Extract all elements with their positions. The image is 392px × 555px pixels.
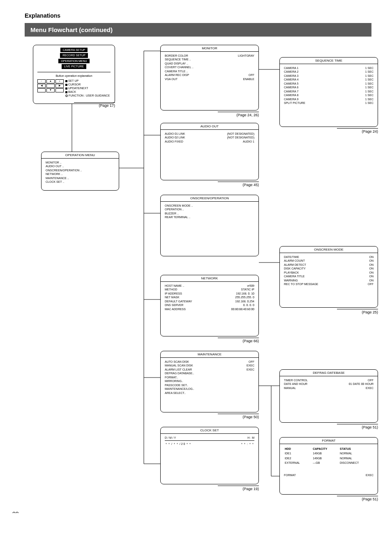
- op-maintenance[interactable]: MAINTENANCE ..: [46, 176, 115, 180]
- menu-camera-setup[interactable]: CAMERA SETUP: [60, 48, 88, 52]
- clock-time-val[interactable]: ＊＊ : ＊＊: [240, 442, 254, 446]
- defrag-ref: (Page 51): [337, 424, 378, 429]
- data-row: QUAD DISPLAY ..: [165, 62, 254, 65]
- btn-plus[interactable]: +: [55, 79, 64, 83]
- btn-right[interactable]: ▶: [55, 84, 64, 88]
- data-row: METHODSTATIC IP: [165, 288, 254, 291]
- legend-func: FUNCTION : USER GUIDANCE: [69, 94, 110, 97]
- op-onscreen[interactable]: ONSCREEN/OPERATION ..: [46, 168, 115, 172]
- legend-back: BACK: [68, 90, 76, 93]
- btn-blank: [46, 84, 55, 88]
- sequence-time-head: SEQUENCE TIME: [280, 58, 378, 64]
- section-heading: Explanations: [25, 12, 371, 19]
- osop-rear[interactable]: REAR TERMINAL ..: [165, 215, 254, 219]
- sequence-time-panel: SEQUENCE TIME CAMERA 11 SECCAMERA 21 SEC…: [279, 57, 378, 127]
- audio-ref: (Page 45): [218, 182, 259, 187]
- data-row: AUDIO 02 LINK(NOT DESIGNATED): [165, 136, 254, 139]
- menu-live-picture[interactable]: LIVE PICTURE: [62, 64, 86, 69]
- audio-out-panel: AUDIO OUT AUDIO 01 LINK(NOT DESIGNATED)A…: [160, 123, 259, 180]
- data-row: WARNINGON: [284, 279, 374, 282]
- data-row: TIMER CONTROLOFF: [284, 378, 374, 382]
- osop-mode[interactable]: ONSCREEN MODE ..: [165, 204, 254, 207]
- onscreen-op-panel: ONSCREEN/OPERATION ONSCREEN MODE .. OPER…: [160, 195, 259, 256]
- data-row: MANUAL SCAN DISKEXEC: [165, 364, 254, 367]
- data-row: REC TO STOP MESSAGEOFF: [284, 282, 374, 286]
- format-ref: (Page 51): [337, 496, 378, 501]
- data-row: ALARM DETECTON: [284, 263, 374, 267]
- operation-menu-head: OPERATION MENU: [42, 152, 119, 159]
- format-head: FORMAT: [280, 438, 378, 444]
- data-row: HOST NAME ..vr509: [165, 284, 254, 288]
- data-row: DEFAULT GATEWAY192.168. 0.254: [165, 299, 254, 303]
- legend-title: Button operation explanation: [37, 74, 111, 78]
- btn-blank3: [55, 88, 64, 92]
- data-row: CAMERA 91 SEC: [284, 97, 374, 101]
- data-row: DATE/TIMEON: [284, 255, 374, 259]
- fmt-h-hdd: HDD: [285, 447, 312, 451]
- data-row: FORMAT..: [165, 375, 254, 379]
- btn-up[interactable]: ▲: [46, 79, 55, 83]
- data-row: CAMERA TITLEON: [284, 274, 374, 278]
- data-row: NET MASK255.255.255. 0: [165, 295, 254, 299]
- defrag-head: DEFRAG DATEBASE: [280, 370, 378, 376]
- op-audio-out[interactable]: AUDIO OUT ..: [46, 164, 115, 168]
- op-monitor[interactable]: MONITOR ..: [46, 161, 115, 164]
- data-row: BORDER COLORLIGHTGRAY: [165, 54, 254, 58]
- onscreen-mode-ref: (Page 25): [337, 309, 378, 314]
- maintenance-panel: MAINTENANCE AUTO SCAN DISKOFFMANUAL SCAN…: [160, 351, 259, 412]
- menu-operation-menu[interactable]: OPERATION MENU: [58, 59, 89, 63]
- network-head: NETWORK: [161, 275, 258, 282]
- btn-blank2: [37, 88, 46, 92]
- maintenance-ref: (Page 50): [218, 414, 259, 419]
- maintenance-head: MAINTENANCE: [161, 351, 258, 358]
- data-row: AUDIO FIXEDAUDIO 1: [165, 140, 254, 143]
- legend-cursor: CURSOR: [68, 83, 81, 86]
- btn-down[interactable]: ▼: [46, 88, 55, 92]
- fmt-exec[interactable]: EXEC: [366, 473, 374, 477]
- data-row: PLAYBACKON: [284, 271, 374, 274]
- data-row: CAMERA 81 SEC: [284, 93, 374, 97]
- data-row: AUTO SCAN DISKOFF: [165, 360, 254, 364]
- legend-update: UPDATE/NEXT: [68, 87, 88, 90]
- op-clock-set[interactable]: CLOCK SET ..: [46, 180, 115, 184]
- clock-ref: (Page 19): [218, 486, 259, 491]
- title-bar: Menu Flowchart (continued): [25, 23, 371, 37]
- op-network[interactable]: NETWORK ..: [46, 172, 115, 176]
- fmt-label: FORMAT: [284, 473, 296, 477]
- data-row: AREA SELECT..: [165, 391, 254, 395]
- page-number: 88: [12, 511, 19, 513]
- network-ref: (Page 66): [218, 338, 259, 343]
- data-row: SPLIT PICTURE1 SEC: [284, 101, 374, 105]
- main-menu-ref: (Page 17): [74, 102, 115, 108]
- clock-date-val[interactable]: ＊＊ / ＊＊ / 2 0 ＊＊: [165, 442, 191, 446]
- network-panel: NETWORK HOST NAME ..vr509METHODSTATIC IP…: [160, 275, 259, 336]
- data-row: DEFRAG DATABASE..: [165, 371, 254, 375]
- osop-buzzer[interactable]: BUZZER ..: [165, 212, 254, 215]
- data-row: MAINTENANCE/LOG..: [165, 387, 254, 391]
- data-row: CAMERA 41 SEC: [284, 78, 374, 81]
- data-row: MAC ADDRESS00:80:88:40:b0:00: [165, 307, 254, 311]
- btn-left[interactable]: ◀: [37, 84, 46, 88]
- data-row: PASSCODE SET..: [165, 383, 254, 387]
- legend-setup: SET UP: [68, 79, 78, 82]
- data-row: IP ADDRESS192.168. 0. 10: [165, 292, 254, 295]
- data-row: ALARM REC DISPOFF: [165, 73, 254, 77]
- onscreen-mode-panel: ONSCREEN MODE DATE/TIMEONALARM COUNTONAL…: [279, 246, 378, 308]
- main-menu-panel: CAMERA SETUP RECORD SETUP OPERATION MENU…: [33, 45, 115, 104]
- btn-minus[interactable]: −: [37, 79, 46, 83]
- monitor-panel: MONITOR BORDER COLORLIGHTGRAYSEQUENCE TI…: [160, 45, 259, 111]
- data-row: AUDIO 01 LINK(NOT DESIGNATED): [165, 132, 254, 136]
- data-row: SEQUENCE TIME ..: [165, 58, 254, 61]
- operation-menu-panel: OPERATION MENU MONITOR .. AUDIO OUT .. O…: [41, 152, 119, 191]
- onscreen-op-head: ONSCREEN/OPERATION: [161, 195, 258, 202]
- data-row: DISK CAPACITYON: [284, 267, 374, 270]
- data-row: COVERT CHANNEL ..: [165, 65, 254, 69]
- audio-out-head: AUDIO OUT: [161, 123, 258, 130]
- menu-record-setup[interactable]: RECORD SETUP: [60, 53, 88, 58]
- format-panel: FORMAT HDDCAPACITYSTATUS IDE1149GBNORMAL…: [279, 437, 378, 495]
- data-row: CAMERA TITLE ..: [165, 69, 254, 73]
- osop-operation[interactable]: OPERATION ..: [165, 207, 254, 211]
- data-row: DATE AND HOUR01 DATE 00 HOUR: [284, 382, 374, 386]
- data-row: CAMERA 71 SEC: [284, 90, 374, 93]
- data-row: CAMERA 51 SEC: [284, 82, 374, 85]
